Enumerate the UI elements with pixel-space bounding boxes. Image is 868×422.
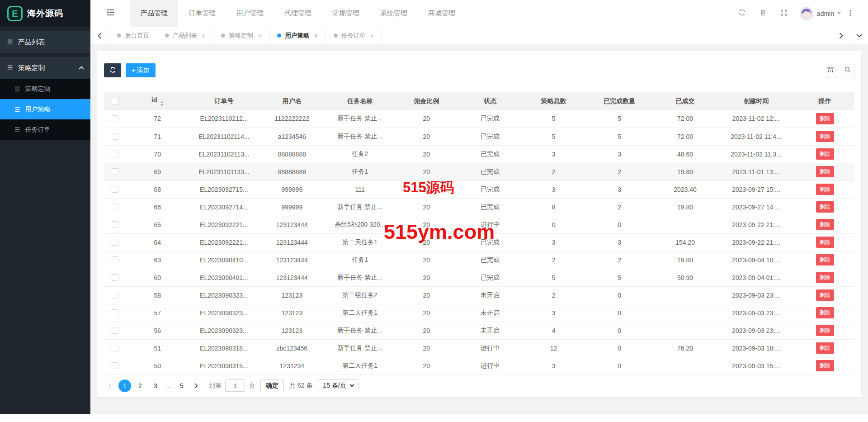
table-row: 70EL20231102113...88888888任务220已完成3348.6… [104,145,854,163]
delete-button[interactable]: 删除 [816,237,834,248]
page-button-2[interactable]: 2 [134,379,146,392]
cell-strategy-total: 5 [522,110,585,128]
sidebar-subitem-label: 策略定制 [25,85,51,93]
nav-tab-product[interactable]: 产品管理 [130,0,178,27]
select-all-checkbox[interactable] [112,98,118,104]
breadcrumb-tab-user-strategy[interactable]: 用户策略× [269,27,326,44]
tabs-menu-button[interactable] [850,27,868,44]
page-jump-input[interactable] [225,379,245,392]
delete-button[interactable]: 删除 [816,166,834,177]
chevron-up-icon [80,65,83,71]
cell-volume: 48.60 [653,145,717,163]
cell-username: 88888888 [259,145,325,163]
row-checkbox[interactable] [112,186,118,193]
nav-tab-user[interactable]: 用户管理 [226,0,274,27]
breadcrumb-tab-strategy-custom[interactable]: 策略定制× [213,27,269,44]
cell-task-name: 新手任务 禁止... [325,128,395,145]
nav-tab-order[interactable]: 订单管理 [178,0,226,27]
delete-button[interactable]: 删除 [816,360,834,371]
list-icon: ☰ [7,64,13,71]
cell-completed: 2 [585,163,653,180]
fullscreen-button[interactable] [774,0,794,27]
sidebar-subitem-task-order[interactable]: ☰任务订单 [0,119,90,140]
page-size-select[interactable]: 15 条/页 [318,379,358,392]
avatar[interactable] [800,7,813,20]
sort-icon[interactable] [160,101,164,106]
search-icon [844,66,851,74]
row-checkbox[interactable] [112,239,118,246]
filter-columns-button[interactable] [824,64,837,77]
refresh-page-button[interactable] [732,0,753,27]
row-checkbox[interactable] [112,133,118,140]
cell-created-at: 2023-09-22 21:... [717,233,795,251]
delete-button[interactable]: 删除 [816,289,834,301]
cell-username: 999999 [259,198,325,216]
row-checkbox[interactable] [112,151,118,157]
next-page-button[interactable] [190,379,203,392]
page-button-5[interactable]: 5 [175,379,188,392]
delete-button[interactable]: 删除 [816,219,834,230]
refresh-table-button[interactable] [104,63,121,77]
table-row: 64EL2023092221...123123444第二天任务120已完成331… [104,233,854,251]
row-checkbox[interactable] [112,115,118,122]
table-search-button[interactable] [841,64,854,77]
clear-cache-button[interactable] [753,0,774,27]
row-checkbox[interactable] [112,362,118,369]
close-tab-icon[interactable]: × [370,32,374,39]
row-checkbox[interactable] [112,274,118,281]
row-checkbox[interactable] [112,292,118,299]
nav-tab-system[interactable]: 系统管理 [370,0,418,27]
prev-page-button[interactable] [104,379,117,392]
row-checkbox[interactable] [112,327,118,334]
sidebar-subitem-strategy-custom[interactable]: ☰策略定制 [0,79,90,99]
data-table: id订单号用户名任务名称佣金比例状态策略总数已完成数量已成交创建时间操作 72E… [104,92,854,375]
more-options-button[interactable]: ⋮ [841,9,860,18]
collapse-sidebar-button[interactable] [90,0,130,27]
row-checkbox[interactable] [112,309,118,316]
cell-order-no: EL2023090318... [189,339,259,357]
page-button-1[interactable]: 1 [118,379,131,392]
close-tab-icon[interactable]: × [314,32,317,39]
nav-tab-general[interactable]: 常规管理 [322,0,370,27]
close-tab-icon[interactable]: × [258,32,261,39]
sidebar-item-product-list[interactable]: ☰产品列表 [0,31,90,53]
delete-button[interactable]: 删除 [816,307,834,318]
tabs-scroll-right-button[interactable] [832,27,850,44]
add-button[interactable]: + 添加 [126,63,156,77]
confirm-page-button[interactable]: 确定 [260,379,284,392]
tabs-scroll-left-button[interactable] [90,27,109,44]
nav-tab-mall[interactable]: 商城管理 [418,0,466,27]
breadcrumb-tab-product-list[interactable]: 产品列表× [157,27,213,44]
delete-button[interactable]: 删除 [816,201,834,213]
row-checkbox[interactable] [112,204,118,210]
page-button-3[interactable]: 3 [149,379,162,392]
breadcrumb-tab-task-order[interactable]: 任务订单× [326,27,382,44]
row-checkbox[interactable] [112,168,118,175]
delete-button[interactable]: 删除 [816,113,834,124]
breadcrumb-tab-home[interactable]: 后台首页 [109,27,157,44]
caret-down-icon [837,12,841,16]
delete-button[interactable]: 删除 [816,131,834,142]
row-checkbox[interactable] [112,221,118,228]
cell-task-name: 任务2 [325,145,395,163]
sidebar-item-strategy-custom[interactable]: ☰策略定制 [0,57,90,79]
brand[interactable]: E 海外源码 [0,0,90,27]
nav-tab-agent[interactable]: 代理管理 [274,0,322,27]
toolbar-right [824,64,854,77]
user-menu[interactable]: admin [817,10,841,17]
top-navbar: 产品管理订单管理用户管理代理管理常规管理系统管理商城管理 [90,0,868,27]
delete-button[interactable]: 删除 [816,148,834,160]
delete-button[interactable]: 删除 [816,325,834,336]
row-checkbox[interactable] [112,256,118,263]
close-tab-icon[interactable]: × [202,32,205,39]
delete-button[interactable]: 删除 [816,184,834,195]
content-area: + 添加 [90,44,868,414]
row-checkbox[interactable] [112,345,118,351]
sidebar-subitem-user-strategy[interactable]: ☰用户策略 [0,99,90,119]
table-row: 56EL2023090323...123123新手任务 禁止...20未开启40… [104,322,854,339]
cell-volume: 19.80 [653,198,717,216]
delete-button[interactable]: 删除 [816,342,834,354]
column-header-id: id [126,92,189,110]
delete-button[interactable]: 删除 [816,254,834,266]
delete-button[interactable]: 删除 [816,272,834,283]
